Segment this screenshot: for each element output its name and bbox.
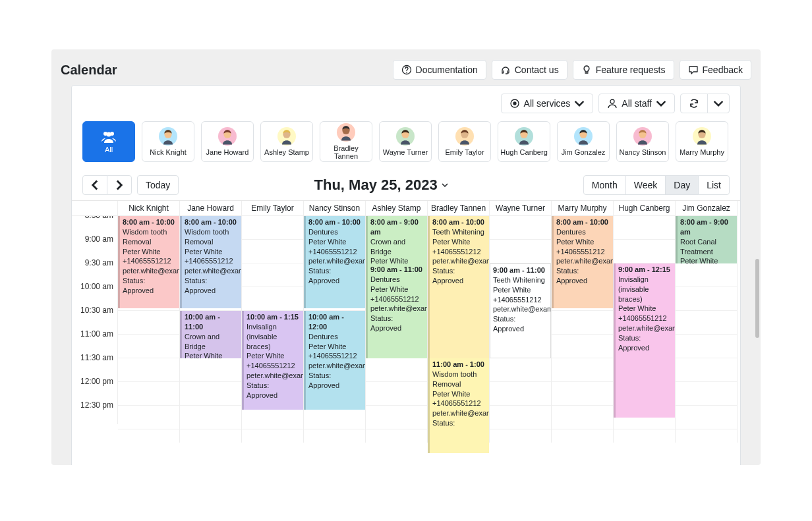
documentation-button[interactable]: Documentation xyxy=(393,60,486,80)
all-staff-dropdown[interactable]: All staff xyxy=(598,94,675,113)
toolbar-row: All services All staff xyxy=(72,86,740,113)
calendar-event[interactable]: 10:00 am - 1:15Invisalign (invisable bra… xyxy=(242,311,303,410)
staff-filter-jane-howard[interactable]: Jane Howard xyxy=(201,121,254,162)
feedback-button[interactable]: Feedback xyxy=(680,60,751,80)
caret-down-icon xyxy=(656,98,666,109)
event-time: 8:00 am - 10:00 xyxy=(185,218,237,226)
staff-column[interactable]: 9:00 am - 11:00Teeth WhiteningPeter Whit… xyxy=(490,216,552,443)
calendar-event[interactable]: 11:00 am - 1:00Wisdom tooth RemovalPeter… xyxy=(428,358,489,453)
event-status: Status: Approved xyxy=(123,277,154,294)
event-title: Crown and Bridge xyxy=(370,238,405,256)
event-email: peter.white@example.com xyxy=(123,267,179,275)
avatar xyxy=(396,127,415,146)
event-title: Root Canal Treatment xyxy=(680,238,716,256)
calendar-event[interactable]: 9:00 am - 11:00DenturesPeter White+14065… xyxy=(366,263,427,358)
staff-filter-hugh-canberg[interactable]: Hugh Canberg xyxy=(498,121,550,162)
date-title[interactable]: Thu, May 25, 2023 xyxy=(314,177,448,194)
event-phone: +14065551212 xyxy=(432,399,481,407)
staff-column[interactable]: 9:00 am - 12:15Invisalign (invisable bra… xyxy=(614,216,676,443)
view-month[interactable]: Month xyxy=(583,175,626,195)
staff-column[interactable]: 8:00 am - 10:00Wisdom tooth RemovalPeter… xyxy=(180,216,242,443)
today-button[interactable]: Today xyxy=(137,175,179,195)
calendar-event[interactable]: 8:00 am - 10:00Teeth WhiteningPeter Whit… xyxy=(428,216,489,358)
event-status: Status: Approved xyxy=(556,267,587,285)
event-title: Invisalign (invisable braces) xyxy=(246,323,277,350)
event-status: Status: Approved xyxy=(185,277,216,294)
all-services-dropdown[interactable]: All services xyxy=(501,94,594,113)
event-client: Peter White xyxy=(618,304,656,312)
staff-filter-nancy-stinson[interactable]: Nancy Stinson xyxy=(616,121,669,162)
staff-column[interactable]: 8:00 am - 9:00 amCrown and BridgePeter W… xyxy=(366,216,428,443)
staff-filter-marry-murphy[interactable]: Marry Murphy xyxy=(676,121,728,162)
refresh-group xyxy=(680,94,730,113)
column-header: Wayne Turner xyxy=(490,201,552,216)
event-email: peter.white@example.com xyxy=(308,362,365,370)
refresh-button[interactable] xyxy=(680,94,708,113)
calendar-event[interactable]: 8:00 am - 10:00Wisdom tooth RemovalPeter… xyxy=(180,216,241,308)
staff-column[interactable]: 8:00 am - 9:00 amRoot Canal TreatmentPet… xyxy=(676,216,738,443)
event-time: 9:00 am - 11:00 xyxy=(493,266,545,274)
staff-filter-ashley-stamp[interactable]: Ashley Stamp xyxy=(260,121,313,162)
event-time: 10:00 am - 1:15 xyxy=(246,313,299,321)
staff-column[interactable]: 8:00 am - 10:00DenturesPeter White+14065… xyxy=(552,216,614,443)
avatar xyxy=(159,127,177,146)
calendar-event[interactable]: 9:00 am - 12:15Invisalign (invisable bra… xyxy=(614,263,675,418)
calendar-event[interactable]: 8:00 am - 10:00Wisdom tooth RemovalPeter… xyxy=(118,216,179,308)
time-label: 10:00 am xyxy=(72,282,118,306)
view-week[interactable]: Week xyxy=(625,175,666,195)
event-phone: +14065551212 xyxy=(185,257,233,265)
prev-button[interactable] xyxy=(82,175,107,195)
view-list[interactable]: List xyxy=(698,175,730,195)
staff-column[interactable]: 8:00 am - 10:00DenturesPeter White+14065… xyxy=(304,216,366,443)
staff-filter-row: AllNick KnightJane HowardAshley StampBra… xyxy=(72,113,740,170)
staff-column[interactable]: 8:00 am - 10:00Teeth WhiteningPeter Whit… xyxy=(428,216,490,443)
caret-down-icon xyxy=(442,183,448,187)
chat-icon xyxy=(688,65,699,75)
calendar-container[interactable]: Nick KnightJane HowardEmily TaylorNancy … xyxy=(72,200,740,465)
avatar xyxy=(277,127,296,146)
event-status: Status: Approved xyxy=(370,314,401,332)
calendar-event[interactable]: 8:00 am - 10:00DenturesPeter White+14065… xyxy=(304,216,365,308)
event-title: Wisdom tooth Removal xyxy=(185,228,229,246)
calendar-event[interactable]: 8:00 am - 9:00 amRoot Canal TreatmentPet… xyxy=(676,216,737,263)
column-header: Emily Taylor xyxy=(242,201,304,216)
event-client: Peter White xyxy=(185,352,222,358)
event-email: peter.white@example.com xyxy=(246,371,303,379)
staff-filter-all[interactable]: All xyxy=(82,121,135,162)
column-header: Nancy Stinson xyxy=(304,201,366,216)
calendar-event[interactable]: 8:00 am - 9:00 amCrown and BridgePeter W… xyxy=(366,216,427,263)
staff-filter-emily-taylor[interactable]: Emily Taylor xyxy=(438,121,491,162)
feature-button[interactable]: Feature requests xyxy=(573,60,674,80)
event-status: Status: Approved xyxy=(618,334,649,352)
event-time: 8:00 am - 10:00 xyxy=(308,218,361,226)
calendar-event[interactable]: 10:00 am - 11:00Crown and BridgePeter Wh… xyxy=(180,311,241,358)
target-icon xyxy=(509,98,520,109)
chevron-left-icon xyxy=(90,180,100,190)
scrollbar-thumb[interactable] xyxy=(755,259,759,338)
next-button[interactable] xyxy=(107,175,132,195)
event-client: Peter White xyxy=(185,248,222,256)
staff-column[interactable]: 8:00 am - 10:00Wisdom tooth RemovalPeter… xyxy=(118,216,180,443)
column-header: Marry Murphy xyxy=(552,201,614,216)
staff-filter-wayne-turner[interactable]: Wayne Turner xyxy=(379,121,432,162)
event-status: Status: xyxy=(432,419,455,427)
refresh-dropdown[interactable] xyxy=(707,94,730,113)
staff-column[interactable]: 10:00 am - 1:15Invisalign (invisable bra… xyxy=(242,216,304,443)
event-title: Crown and Bridge xyxy=(185,333,219,350)
time-label: 12:30 pm xyxy=(72,400,118,424)
staff-filter-jim-gonzalez[interactable]: Jim Gonzalez xyxy=(557,121,610,162)
calendar-event[interactable]: 9:00 am - 11:00Teeth WhiteningPeter Whit… xyxy=(490,263,551,358)
event-email: peter.white@example.com xyxy=(185,267,241,275)
calendar-event[interactable]: 10:00 am - 12:00DenturesPeter White+1406… xyxy=(304,311,365,410)
caret-down-icon xyxy=(574,98,585,109)
event-client: Peter White xyxy=(432,390,470,398)
view-day[interactable]: Day xyxy=(665,175,699,195)
event-status: Status: Approved xyxy=(308,267,339,285)
svg-point-2 xyxy=(513,102,516,105)
staff-filter-bradley-tannen[interactable]: Bradley Tannen xyxy=(320,121,372,162)
staff-filter-nick-knight[interactable]: Nick Knight xyxy=(142,121,194,162)
contact-button[interactable]: Contact us xyxy=(492,60,567,80)
calendar-event[interactable]: 8:00 am - 10:00DenturesPeter White+14065… xyxy=(552,216,613,308)
event-status: Status: Approved xyxy=(432,267,463,285)
column-header: Jim Gonzalez xyxy=(676,201,738,216)
